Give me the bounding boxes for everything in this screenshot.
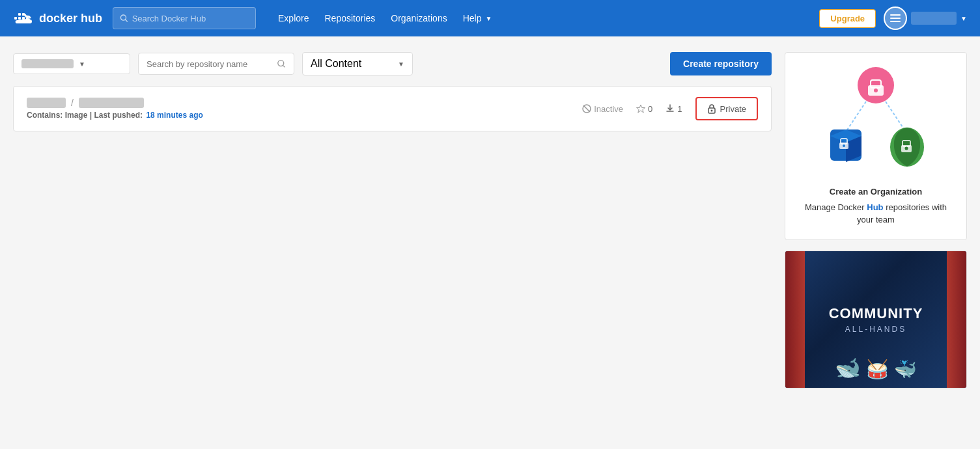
docker-icon [13,10,34,26]
private-label: Private [720,104,746,114]
inactive-badge: Inactive [582,104,623,114]
repo-name-blurred [79,98,144,108]
repo-type: Image [65,111,88,120]
content-area: ▼ All Content ▼ Create repository [13,52,772,388]
svg-point-30 [905,147,908,150]
toolbar: ▼ All Content ▼ Create repository [13,52,772,75]
star-badge: 0 [636,104,652,114]
svg-line-19 [847,102,866,131]
private-badge: Private [695,97,758,120]
svg-point-8 [277,61,283,66]
svg-line-20 [886,102,905,131]
push-label: Last pushed: [94,111,143,120]
repo-owner-blurred [27,98,66,108]
nav-organizations[interactable]: Organizations [384,9,453,27]
org-dropdown-chevron-icon: ▼ [79,61,85,68]
svg-point-26 [843,144,845,147]
download-count: 1 [677,104,682,114]
avatar [884,7,907,30]
svg-point-18 [874,88,878,92]
brand-text: docker hub [39,12,102,25]
svg-line-7 [126,20,128,21]
repo-search-icon [277,59,286,69]
create-repository-button[interactable]: Create repository [670,52,772,75]
navbar: docker hub Explore Repositories Organiza… [0,0,980,36]
content-filter-dropdown[interactable]: All Content ▼ [302,52,413,75]
user-chevron-icon: ▼ [960,15,967,22]
repo-info: / Contains: Image | Last pushed: 18 minu… [27,98,572,120]
hub-highlight: Hub [867,202,883,212]
org-subtitle: Manage Docker Hub repositories with your… [798,201,953,226]
stage-area: 🐋 🥁 🐳 [785,355,966,388]
download-badge: 1 [665,104,682,114]
whale-character: 🐋 [835,355,861,380]
repo-name-row: / [27,98,572,108]
svg-point-14 [710,110,712,112]
drummer-character: 🥁 [866,359,889,380]
repo-search-field[interactable] [138,53,294,75]
star-icon [636,104,645,113]
org-title: Create an Organization [798,185,953,198]
chevron-down-icon: ▼ [486,15,492,22]
main-container: ▼ All Content ▼ Create repository [0,36,980,404]
docker-character: 🐳 [894,359,917,380]
community-banner: community ALL-HANDS 🐋 🥁 🐳 [785,251,966,388]
filter-chevron-icon: ▼ [398,61,404,68]
inactive-label: Inactive [594,104,623,114]
upgrade-button[interactable]: Upgrade [819,9,876,28]
username-blurred [911,12,957,25]
svg-point-6 [120,15,126,20]
filter-label: All Content [311,58,361,70]
repo-meta: Contains: Image | Last pushed: 18 minute… [27,111,572,120]
nav-explore[interactable]: Explore [272,9,315,27]
repo-search-input[interactable] [147,59,272,69]
svg-rect-2 [22,17,25,20]
nav-links: Explore Repositories Organizations Help … [272,9,498,27]
global-search[interactable] [113,7,256,29]
push-time: 18 minutes ago [146,111,203,120]
svg-rect-1 [18,17,21,20]
svg-marker-12 [637,105,645,113]
svg-rect-0 [14,17,17,20]
table-row[interactable]: / Contains: Image | Last pushed: 18 minu… [13,86,772,131]
brand-logo[interactable]: docker hub [13,10,102,26]
org-dropdown[interactable]: ▼ [13,53,130,74]
inactive-icon [582,104,591,113]
user-menu[interactable]: ▼ [884,7,967,30]
nav-repositories[interactable]: Repositories [318,9,382,27]
community-subtitle: ALL-HANDS [829,325,923,334]
org-name-blurred [21,59,74,68]
org-illustration [811,66,941,183]
repo-list: / Contains: Image | Last pushed: 18 minu… [13,86,772,131]
search-icon [120,14,128,23]
svg-line-11 [583,105,590,112]
repo-slash: / [71,98,74,108]
contains-label: Contains: [27,111,63,120]
svg-line-9 [283,66,285,68]
nav-help[interactable]: Help ▼ [456,9,499,27]
nav-right: Upgrade ▼ [819,7,967,30]
star-count: 0 [648,104,652,114]
lock-icon [707,103,716,114]
community-title: community [829,305,923,322]
org-promo-card: Create an Organization Manage Docker Hub… [785,52,967,240]
download-icon [665,104,675,113]
svg-rect-4 [18,13,21,16]
community-promo-card[interactable]: community ALL-HANDS 🐋 🥁 🐳 [785,251,967,388]
repo-stats: Inactive 0 1 [582,97,758,120]
sidebar: Create an Organization Manage Docker Hub… [785,52,967,388]
global-search-input[interactable] [132,14,249,23]
